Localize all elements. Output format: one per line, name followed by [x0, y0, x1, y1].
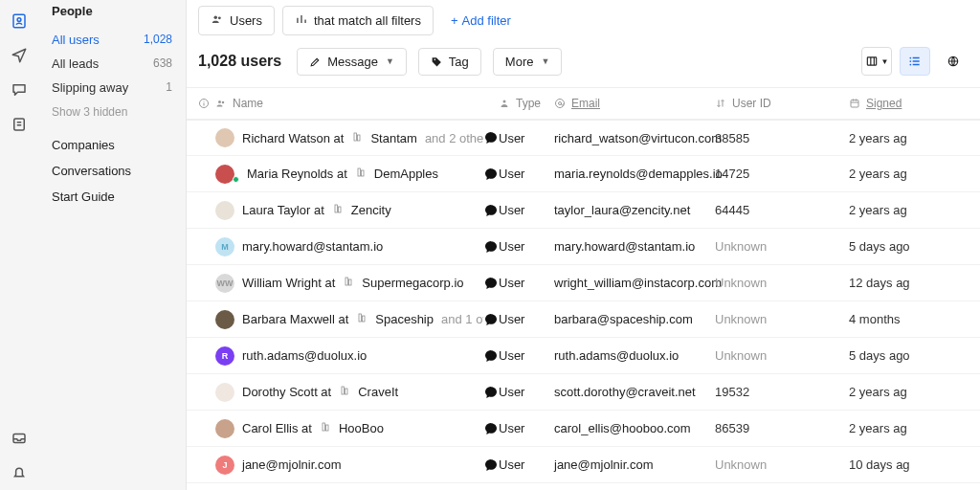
rail-bell-icon[interactable] — [0, 456, 38, 490]
cell-signed: 2 years ag — [849, 131, 945, 145]
rail-send-icon[interactable] — [0, 38, 38, 73]
cell-email: jane@mjolnir.com — [554, 457, 715, 472]
table-row[interactable]: Maria Reynolds atDemApples User maria.re… — [187, 156, 980, 192]
tag-button[interactable]: Tag — [418, 48, 481, 76]
sidebar-link[interactable]: Conversations — [52, 158, 172, 184]
rail-contacts-icon[interactable] — [0, 4, 38, 38]
table-row[interactable]: Jjane@mjolnir.com User jane@mjolnir.com … — [187, 447, 980, 483]
cell-type: User — [499, 312, 554, 326]
tag-label: Tag — [449, 55, 469, 69]
cell-name: WWWilliam Wright atSupermegacorp.io — [215, 274, 483, 293]
cell-name: Carol Ellis atHooBoo — [215, 419, 483, 438]
building-icon — [339, 385, 350, 399]
main: Users that match all filters + Add filte… — [187, 0, 980, 490]
add-filter[interactable]: + Add filter — [441, 8, 521, 33]
cell-chat[interactable] — [483, 457, 499, 473]
col-name[interactable]: Name — [215, 97, 483, 110]
sidebar-show-hidden[interactable]: Show 3 hidden — [52, 100, 172, 132]
cell-name: Mmary.howard@stantam.io — [215, 237, 483, 256]
table-row[interactable]: Carol Ellis atHooBoo User carol_ellis@ho… — [187, 411, 980, 447]
table-row[interactable]: Laura Taylor atZencity User taylor_laura… — [187, 192, 980, 229]
columns-button[interactable]: ▼ — [861, 47, 892, 76]
list-view-button[interactable] — [900, 47, 930, 76]
sidebar-link[interactable]: Companies — [52, 132, 172, 158]
globe-icon — [947, 55, 960, 68]
cell-name: Rruth.adams@duolux.io — [215, 346, 483, 366]
sidebar-item-label: All users — [52, 33, 100, 47]
cell-name: Richard Watson atStantam and 2 others — [215, 128, 483, 147]
sidebar-item[interactable]: All users1,028 — [52, 28, 172, 52]
avatar — [215, 128, 234, 147]
table-row[interactable]: WWWilliam Wright atSupermegacorp.io User… — [187, 265, 980, 301]
users-count-heading: 1,028 users — [198, 53, 281, 70]
table-row[interactable]: Rruth.adams@duolux.io User ruth.adams@du… — [187, 338, 980, 374]
user-name: Carol Ellis at — [242, 421, 312, 435]
table-row[interactable]: Mmary.howard@stantam.io User mary.howard… — [187, 229, 980, 265]
cell-email: barbara@spaceship.com — [554, 312, 715, 326]
cell-chat[interactable] — [483, 130, 499, 145]
cell-email: ruth.adams@duolux.io — [554, 348, 715, 363]
cell-chat[interactable] — [483, 239, 499, 255]
cell-userid: 64445 — [715, 203, 849, 217]
filters-bar: Users that match all filters + Add filte… — [187, 0, 980, 47]
filter-users[interactable]: Users — [198, 6, 275, 35]
col-userid[interactable]: User ID — [715, 97, 849, 110]
rail-articles-icon[interactable] — [0, 107, 38, 142]
cell-signed: 12 days ag — [849, 276, 945, 290]
cell-email: mary.howard@stantam.io — [554, 239, 715, 254]
cell-userid: 86539 — [715, 421, 849, 435]
person-icon — [499, 98, 510, 109]
cell-signed: 2 years ag — [849, 385, 945, 399]
cell-userid: Unknown — [715, 276, 849, 290]
cell-chat[interactable] — [483, 348, 499, 364]
rail-chat-icon[interactable] — [0, 73, 38, 107]
rail-inbox-icon[interactable] — [0, 421, 38, 456]
message-button[interactable]: Message ▼ — [297, 48, 407, 76]
cell-signed: 10 days ag — [849, 457, 945, 472]
col-email[interactable]: Email — [554, 97, 715, 110]
user-name: ruth.adams@duolux.io — [242, 348, 367, 363]
cell-signed: 5 days ago — [849, 239, 945, 254]
sidebar-link[interactable]: Start Guide — [52, 184, 172, 210]
col-signed[interactable]: Signed — [849, 97, 945, 110]
cell-chat[interactable] — [483, 203, 499, 218]
user-name: jane@mjolnir.com — [242, 457, 342, 472]
cell-userid: Unknown — [715, 348, 849, 363]
chat-bubble-icon — [483, 348, 499, 364]
cell-name: Jjane@mjolnir.com — [215, 456, 483, 475]
cell-chat[interactable] — [483, 385, 499, 400]
sidebar-item[interactable]: Slipping away1 — [52, 76, 172, 100]
nav-rail — [0, 0, 38, 490]
col-info — [198, 98, 215, 109]
chevron-down-icon: ▼ — [541, 56, 549, 66]
filter-match[interactable]: that match all filters — [282, 6, 434, 35]
sidebar-item[interactable]: All leads638 — [52, 52, 172, 76]
message-label: Message — [327, 55, 378, 69]
globe-view-button[interactable] — [938, 47, 969, 76]
table-row[interactable]: Richard Watson atStantam and 2 others Us… — [187, 120, 980, 156]
more-button[interactable]: More ▼ — [493, 48, 563, 76]
col-signed-label: Signed — [866, 97, 902, 110]
user-name: William Wright at — [242, 276, 335, 290]
cell-chat[interactable] — [483, 312, 499, 327]
avatar: R — [215, 346, 234, 366]
chat-bubble-icon — [483, 167, 499, 182]
sidebar-item-label: All leads — [52, 56, 99, 71]
filter-match-label: that match all filters — [314, 13, 421, 28]
cell-chat[interactable] — [483, 167, 499, 182]
cell-chat[interactable] — [483, 421, 499, 436]
building-icon — [351, 131, 363, 145]
col-type[interactable]: Type — [499, 97, 554, 110]
sidebar-item-count: 1 — [166, 80, 172, 95]
table-row[interactable]: Dorothy Scott atCraveIt User scott.dorot… — [187, 374, 980, 411]
company-name: Spaceship — [375, 312, 434, 326]
avatar — [215, 165, 234, 184]
cell-chat[interactable] — [483, 276, 499, 291]
col-name-label: Name — [233, 97, 263, 110]
people-icon — [215, 98, 227, 109]
people-icon — [211, 12, 224, 29]
avatar: M — [215, 237, 234, 256]
filter-users-label: Users — [230, 13, 262, 28]
list-icon — [908, 55, 922, 68]
table-row[interactable]: Barbara Maxwell atSpaceship and 1 other … — [187, 301, 980, 338]
